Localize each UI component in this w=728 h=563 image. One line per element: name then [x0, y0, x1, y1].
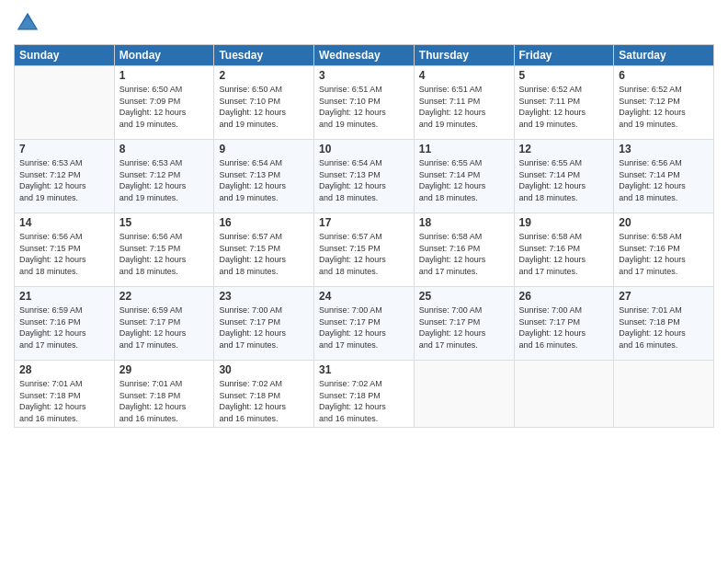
calendar-week-row: 28Sunrise: 7:01 AMSunset: 7:18 PMDayligh…	[15, 361, 714, 428]
daylight-text-2: and 18 minutes.	[219, 266, 309, 278]
daylight-text-1: Daylight: 12 hours	[119, 180, 210, 192]
daylight-text-2: and 16 minutes.	[19, 413, 109, 425]
calendar-cell: 23Sunrise: 7:00 AMSunset: 7:17 PMDayligh…	[214, 287, 314, 361]
calendar-cell: 25Sunrise: 7:00 AMSunset: 7:17 PMDayligh…	[414, 287, 514, 361]
cell-info: Sunrise: 6:56 AMSunset: 7:15 PMDaylight:…	[119, 231, 210, 277]
daylight-text-1: Daylight: 12 hours	[219, 401, 309, 413]
calendar-header-saturday: Saturday	[614, 45, 714, 66]
daylight-text-2: and 19 minutes.	[219, 192, 309, 204]
sunset-text: Sunset: 7:17 PM	[419, 316, 509, 328]
header	[14, 9, 714, 37]
day-number: 31	[319, 363, 409, 376]
calendar-table: SundayMondayTuesdayWednesdayThursdayFrid…	[14, 44, 714, 428]
day-number: 3	[319, 69, 409, 82]
calendar-cell: 12Sunrise: 6:55 AMSunset: 7:14 PMDayligh…	[514, 140, 614, 213]
calendar-header-wednesday: Wednesday	[314, 45, 415, 66]
day-number: 24	[319, 290, 409, 303]
daylight-text-2: and 17 minutes.	[219, 339, 309, 351]
day-number: 19	[519, 216, 609, 229]
calendar-cell: 4Sunrise: 6:51 AMSunset: 7:11 PMDaylight…	[414, 66, 514, 140]
daylight-text-2: and 17 minutes.	[319, 339, 409, 351]
sunset-text: Sunset: 7:18 PM	[319, 390, 409, 402]
daylight-text-1: Daylight: 12 hours	[519, 107, 609, 119]
day-number: 4	[419, 69, 509, 82]
calendar-cell: 21Sunrise: 6:59 AMSunset: 7:16 PMDayligh…	[15, 287, 115, 361]
calendar-header-row: SundayMondayTuesdayWednesdayThursdayFrid…	[15, 45, 714, 66]
daylight-text-1: Daylight: 12 hours	[319, 401, 409, 413]
daylight-text-1: Daylight: 12 hours	[419, 327, 509, 339]
daylight-text-2: and 16 minutes.	[619, 339, 709, 351]
sunset-text: Sunset: 7:17 PM	[219, 316, 309, 328]
daylight-text-2: and 17 minutes.	[119, 339, 210, 351]
daylight-text-2: and 18 minutes.	[619, 192, 709, 204]
cell-info: Sunrise: 6:58 AMSunset: 7:16 PMDaylight:…	[519, 231, 609, 277]
daylight-text-1: Daylight: 12 hours	[419, 254, 509, 266]
daylight-text-1: Daylight: 12 hours	[519, 254, 609, 266]
sunset-text: Sunset: 7:12 PM	[19, 169, 109, 181]
daylight-text-1: Daylight: 12 hours	[119, 327, 210, 339]
day-number: 11	[419, 143, 509, 155]
calendar-header-thursday: Thursday	[414, 45, 514, 66]
day-number: 21	[19, 290, 109, 303]
sunset-text: Sunset: 7:15 PM	[119, 243, 210, 255]
sunrise-text: Sunrise: 6:59 AM	[119, 304, 210, 316]
calendar-header-friday: Friday	[514, 45, 614, 66]
day-number: 26	[519, 290, 609, 303]
daylight-text-2: and 19 minutes.	[119, 192, 210, 204]
calendar-cell	[614, 361, 714, 428]
calendar-week-row: 14Sunrise: 6:56 AMSunset: 7:15 PMDayligh…	[15, 213, 714, 287]
calendar-cell: 24Sunrise: 7:00 AMSunset: 7:17 PMDayligh…	[314, 287, 415, 361]
cell-info: Sunrise: 6:56 AMSunset: 7:15 PMDaylight:…	[19, 231, 109, 277]
daylight-text-2: and 17 minutes.	[519, 266, 609, 278]
day-number: 13	[619, 143, 709, 155]
cell-info: Sunrise: 7:00 AMSunset: 7:17 PMDaylight:…	[419, 304, 509, 350]
sunrise-text: Sunrise: 6:56 AM	[119, 231, 210, 243]
daylight-text-1: Daylight: 12 hours	[419, 107, 509, 119]
day-number: 1	[119, 69, 210, 82]
calendar-header-tuesday: Tuesday	[214, 45, 314, 66]
cell-info: Sunrise: 7:01 AMSunset: 7:18 PMDaylight:…	[19, 378, 109, 424]
day-number: 15	[119, 216, 210, 229]
sunrise-text: Sunrise: 6:51 AM	[319, 84, 409, 96]
sunrise-text: Sunrise: 6:55 AM	[419, 157, 509, 169]
calendar-cell: 20Sunrise: 6:58 AMSunset: 7:16 PMDayligh…	[614, 213, 714, 287]
cell-info: Sunrise: 7:01 AMSunset: 7:18 PMDaylight:…	[619, 304, 709, 350]
sunset-text: Sunset: 7:17 PM	[519, 316, 609, 328]
calendar-cell: 14Sunrise: 6:56 AMSunset: 7:15 PMDayligh…	[15, 213, 115, 287]
sunset-text: Sunset: 7:11 PM	[519, 96, 609, 108]
sunrise-text: Sunrise: 7:02 AM	[219, 378, 309, 390]
daylight-text-2: and 18 minutes.	[519, 192, 609, 204]
calendar-cell: 7Sunrise: 6:53 AMSunset: 7:12 PMDaylight…	[15, 140, 115, 213]
sunrise-text: Sunrise: 6:54 AM	[219, 157, 309, 169]
day-number: 16	[219, 216, 309, 229]
sunset-text: Sunset: 7:14 PM	[519, 169, 609, 181]
day-number: 23	[219, 290, 309, 303]
daylight-text-1: Daylight: 12 hours	[419, 180, 509, 192]
daylight-text-2: and 19 minutes.	[319, 119, 409, 131]
cell-info: Sunrise: 6:55 AMSunset: 7:14 PMDaylight:…	[519, 157, 609, 203]
calendar-cell	[514, 361, 614, 428]
cell-info: Sunrise: 7:00 AMSunset: 7:17 PMDaylight:…	[319, 304, 409, 350]
calendar-cell: 11Sunrise: 6:55 AMSunset: 7:14 PMDayligh…	[414, 140, 514, 213]
sunrise-text: Sunrise: 6:55 AM	[519, 157, 609, 169]
sunrise-text: Sunrise: 6:56 AM	[619, 157, 709, 169]
daylight-text-1: Daylight: 12 hours	[319, 107, 409, 119]
daylight-text-2: and 18 minutes.	[319, 266, 409, 278]
sunrise-text: Sunrise: 6:53 AM	[19, 157, 109, 169]
daylight-text-1: Daylight: 12 hours	[19, 327, 109, 339]
daylight-text-1: Daylight: 12 hours	[519, 327, 609, 339]
daylight-text-1: Daylight: 12 hours	[519, 180, 609, 192]
sunrise-text: Sunrise: 7:00 AM	[319, 304, 409, 316]
cell-info: Sunrise: 7:00 AMSunset: 7:17 PMDaylight:…	[519, 304, 609, 350]
daylight-text-1: Daylight: 12 hours	[619, 180, 709, 192]
calendar-cell: 27Sunrise: 7:01 AMSunset: 7:18 PMDayligh…	[614, 287, 714, 361]
sunset-text: Sunset: 7:16 PM	[519, 243, 609, 255]
daylight-text-2: and 17 minutes.	[19, 339, 109, 351]
sunset-text: Sunset: 7:18 PM	[619, 316, 709, 328]
sunrise-text: Sunrise: 6:58 AM	[419, 231, 509, 243]
sunset-text: Sunset: 7:13 PM	[319, 169, 409, 181]
cell-info: Sunrise: 6:53 AMSunset: 7:12 PMDaylight:…	[119, 157, 210, 203]
day-number: 12	[519, 143, 609, 155]
sunrise-text: Sunrise: 6:52 AM	[619, 84, 709, 96]
calendar-cell	[15, 66, 115, 140]
